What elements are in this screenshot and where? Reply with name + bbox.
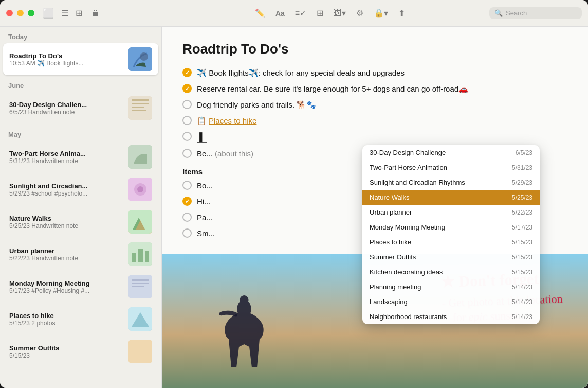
todo-checkbox-1[interactable] [182,84,192,93]
items-checkbox-3[interactable] [182,228,192,238]
todo-text-4[interactable]: ▐ [197,131,207,143]
note-thumb-summer [128,340,152,363]
places-link[interactable]: Places to hike [209,116,256,125]
dropdown-item-11[interactable]: Neighborhood restaurants 5/14/23 [362,309,540,324]
table-icon[interactable]: ⊞ [317,8,323,18]
todo-checkbox-5[interactable] [182,149,192,158]
note-item-circadian[interactable]: Sunlight and Circadian... 5/29/23 #schoo… [3,173,158,205]
svg-rect-3 [132,99,149,101]
titlebar: ⬜ ☰ ⊞ 🗑 ✏️ Aa ≡✓ ⊞ 🖼▾ ⚙ 🔒▾ ⬆ 🔍 Search [0,0,588,27]
note-title-horse: Two-Part Horse Anima... [9,150,123,157]
note-item-summer[interactable]: Summer Outfits 5/15/23 [3,336,158,367]
dropdown-date-0: 6/5/23 [516,149,532,156]
note-item-horse[interactable]: Two-Part Horse Anima... 5/31/23 Handwrit… [3,141,158,173]
todo-text-2: Dog friendly parks and trails. 🐕🐾 [197,99,316,110]
search-box[interactable]: 🔍 Search [489,7,582,19]
delete-icon[interactable]: 🗑 [91,9,100,18]
dropdown-label-11: Neighborhood restaurants [370,313,447,321]
note-title-nature: Nature Walks [9,215,123,222]
close-button[interactable] [6,10,13,16]
todo-checkbox-0[interactable] [182,68,192,77]
note-thumb-places [128,307,152,331]
svg-rect-6 [132,110,146,111]
todo-text-1: Reserve rental car. Be sure it's large e… [197,83,468,94]
new-note-icon[interactable]: ✏️ [255,8,265,18]
dropdown-label-1: Two-Part Horse Animation [370,164,447,171]
dropdown-date-4: 5/22/23 [512,209,532,216]
dropdown-item-3[interactable]: Nature Walks 5/25/23 [362,190,540,205]
search-placeholder: Search [506,9,527,17]
svg-rect-5 [132,107,144,108]
note-title-roadtrip: Roadtrip To Do's [9,52,123,60]
todo-text-3: 📋Places to hike [197,115,256,126]
silhouette [193,285,296,388]
section-header-today: Today [0,27,161,43]
editor-pane: Roadtrip To Do's ✈️ Book flights✈️: chec… [162,27,588,388]
sidebar-section-june: June 30-Day Design Challen... 6/5/23 Han… [0,76,161,124]
media-icon[interactable]: 🖼▾ [334,8,346,18]
todo-checkbox-2[interactable] [182,100,192,109]
dropdown-date-9: 5/14/23 [512,284,532,291]
dropdown-date-3: 5/25/23 [512,194,532,201]
items-checkbox-0[interactable] [182,181,192,190]
dropdown-item-2[interactable]: Sunlight and Circadian Rhythms 5/29/23 [362,175,540,190]
items-checkbox-1[interactable] [182,197,192,206]
collab-icon[interactable]: ⚙ [356,8,363,18]
font-icon[interactable]: Aa [275,9,285,17]
note-thumb-monday [128,275,152,298]
fullscreen-button[interactable] [28,10,34,16]
todo-item-1: Reserve rental car. Be sure it's large e… [182,83,567,94]
sidebar: Today Roadtrip To Do's 10:53 AM ✈️ Book … [0,27,162,388]
sidebar-section-may: May Two-Part Horse Anima... 5/31/23 Hand… [0,125,161,367]
share-icon[interactable]: ⬆ [398,8,405,18]
items-text-0: Bo... [197,180,213,191]
items-text-2: Pa... [197,212,213,223]
dropdown-item-8[interactable]: Kitchen decorating ideas 5/15/23 [362,264,540,279]
dropdown-item-10[interactable]: Landscaping 5/14/23 [362,294,540,309]
sidebar-toggle-icon[interactable]: ⬜ [43,8,54,19]
dropdown-label-9: Planning meeting [370,283,421,291]
note-item-urban[interactable]: Urban planner 5/22/23 Handwritten note [3,238,158,270]
dropdown-item-7[interactable]: Summer Outfits 5/15/23 [362,250,540,264]
todo-item-2: Dog friendly parks and trails. 🐕🐾 [182,99,567,110]
note-item-monday[interactable]: Monday Morning Meeting 5/17/23 #Policy #… [3,271,158,303]
dropdown-date-2: 5/29/23 [512,179,532,186]
note-title-circadian: Sunlight and Circadian... [9,182,123,190]
note-item-nature[interactable]: Nature Walks 5/25/23 Handwritten note [3,206,158,238]
note-title-design: 30-Day Design Challen... [9,101,123,109]
dropdown-item-5[interactable]: Monday Morning Meeting 5/17/23 [362,220,540,235]
note-thumb-circadian [128,178,152,201]
minimize-button[interactable] [17,10,24,16]
dropdown-date-6: 5/15/23 [512,239,532,246]
items-checkbox-2[interactable] [182,213,192,222]
note-item-design[interactable]: 30-Day Design Challen... 6/5/23 Handwrit… [3,92,158,124]
todo-checkbox-3[interactable] [182,116,192,125]
svg-rect-19 [132,286,144,287]
dropdown-item-6[interactable]: Places to hike 5/15/23 [362,235,540,250]
dropdown-label-7: Summer Outfits [370,253,416,261]
dropdown-item-9[interactable]: Planning meeting 5/14/23 [362,279,540,294]
note-title-summer: Summer Outfits [9,344,123,352]
list-view-icon[interactable]: ☰ [61,8,68,18]
dropdown-item-1[interactable]: Two-Part Horse Animation 5/31/23 [362,160,540,175]
grid-view-icon[interactable]: ⊞ [76,8,82,18]
dropdown-item-4[interactable]: Urban planner 5/22/23 [362,205,540,220]
note-item-roadtrip[interactable]: Roadtrip To Do's 10:53 AM ✈️ Book flight… [3,43,158,75]
dropdown-label-5: Monday Morning Meeting [370,223,445,231]
note-sub-summer: 5/15/23 [9,352,123,359]
lock-icon[interactable]: 🔒▾ [374,8,388,18]
toolbar-left: ⬜ ☰ ⊞ 🗑 [43,8,100,19]
note-title-monday: Monday Morning Meeting [9,279,123,287]
checklist-icon[interactable]: ≡✓ [295,8,306,18]
todo-checkbox-4[interactable] [182,132,192,141]
dropdown-item-0[interactable]: 30-Day Design Challenge 6/5/23 [362,145,540,160]
svg-rect-14 [138,249,143,262]
svg-rect-4 [132,103,149,104]
note-item-places[interactable]: Places to hike 5/15/23 2 photos [3,303,158,335]
note-sub-circadian: 5/29/23 #school #psycholo... [9,190,123,197]
main-content: Today Roadtrip To Do's 10:53 AM ✈️ Book … [0,27,588,388]
dropdown-date-11: 5/14/23 [512,313,532,321]
dropdown-label-0: 30-Day Design Challenge [370,149,446,156]
search-icon: 🔍 [494,9,503,17]
note-sub-places: 5/15/23 2 photos [9,320,123,327]
